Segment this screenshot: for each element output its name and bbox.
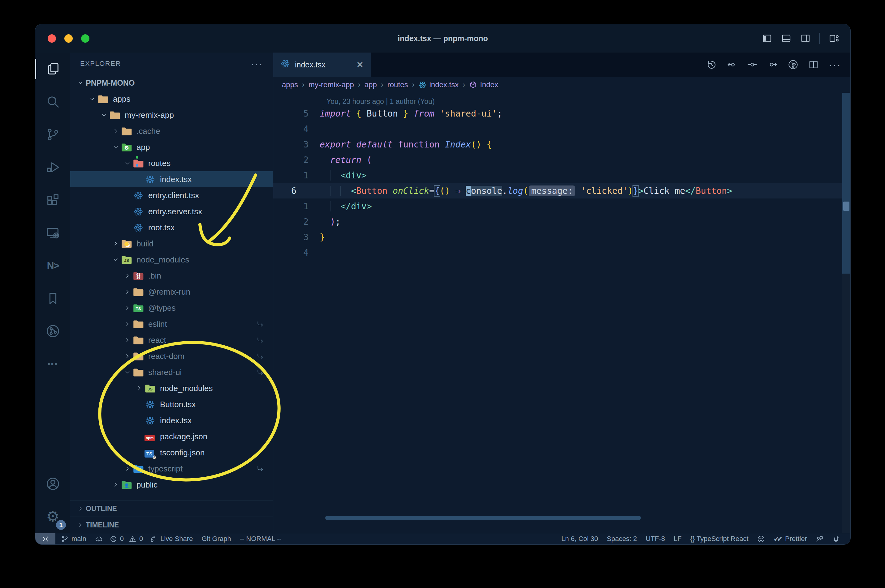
gitlens-icon[interactable] — [788, 59, 798, 70]
status-label: main — [71, 535, 86, 543]
status-label: -- NORMAL -- — [240, 535, 281, 543]
tree-item-build[interactable]: build — [70, 236, 273, 252]
close-window-button[interactable] — [48, 34, 56, 43]
status-label: Spaces: 2 — [607, 535, 637, 543]
tree-item-shared-ui[interactable]: shared-ui — [70, 364, 273, 380]
status-prettier[interactable]: ✔✔Prettier — [769, 533, 811, 544]
tree-item-button-tsx[interactable]: Button.tsx — [70, 396, 273, 412]
code-area[interactable]: You, 23 hours ago | 1 author (You) 5impo… — [273, 93, 850, 533]
tree-item-entry-client-tsx[interactable]: entry.client.tsx — [70, 188, 273, 203]
window-controls[interactable] — [48, 34, 89, 43]
tree-item-label: public — [137, 480, 158, 490]
close-tab-icon[interactable]: ✕ — [357, 60, 364, 70]
tree-item-node-modules[interactable]: JSnode_modules — [70, 252, 273, 268]
section-outline[interactable]: OUTLINE — [70, 500, 273, 517]
activity-run-debug[interactable] — [35, 151, 70, 184]
status-0[interactable]: 0 — [126, 533, 146, 544]
activity-source-control[interactable] — [35, 118, 70, 151]
status-typescript-react[interactable]: {} TypeScript React — [686, 533, 753, 544]
prev-change-icon[interactable] — [727, 59, 737, 70]
more-actions-icon[interactable]: ··· — [829, 59, 841, 71]
tab-index-tsx[interactable]: index.tsx ✕ — [273, 52, 371, 76]
split-editor-icon[interactable] — [808, 59, 819, 70]
zoom-window-button[interactable] — [81, 34, 89, 43]
customize-layout-icon[interactable] — [829, 33, 839, 44]
tree-item--remix-run[interactable]: @remix-run — [70, 284, 273, 300]
activity-settings[interactable]: ⚙1 — [35, 500, 70, 533]
status-0[interactable]: 0 — [107, 533, 126, 544]
tree-item-my-remix-app[interactable]: my-remix-app — [70, 107, 273, 123]
next-change-icon[interactable] — [768, 59, 778, 70]
activity-bookmarks[interactable] — [35, 282, 70, 315]
breadcrumb-my-remix-app[interactable]: my-remix-app — [309, 80, 354, 89]
tree-item--cache[interactable]: .cache — [70, 123, 273, 139]
tree-item-index-tsx[interactable]: index.tsx — [70, 171, 273, 188]
activity-remote-explorer[interactable] — [35, 216, 70, 249]
toggle-secondary-sidebar-icon[interactable] — [800, 33, 811, 44]
bell-dot-icon — [832, 535, 840, 543]
activity-git-graph[interactable] — [35, 315, 70, 348]
activity-extensions[interactable] — [35, 184, 70, 216]
status-feedback-icon[interactable] — [811, 533, 828, 544]
change-icon[interactable] — [747, 59, 757, 70]
tree-item-typescript[interactable]: TStypescript — [70, 460, 273, 477]
tree-item-eslint[interactable]: eslint — [70, 316, 273, 332]
activity-explorer[interactable] — [35, 52, 70, 86]
tree-item-index-tsx[interactable]: index.tsx — [70, 412, 273, 429]
toggle-sidebar-icon[interactable] — [762, 33, 772, 44]
editor-actions: ··· — [706, 52, 850, 76]
activity-accounts[interactable] — [35, 467, 70, 500]
tree-item-node-modules[interactable]: JSnode_modules — [70, 380, 273, 396]
breadcrumb-app[interactable]: app — [364, 80, 377, 89]
tree-item-react[interactable]: react — [70, 332, 273, 348]
horizontal-scrollbar[interactable] — [325, 516, 641, 520]
status-ln-6-col-30[interactable]: Ln 6, Col 30 — [557, 533, 602, 544]
toggle-panel-icon[interactable] — [781, 33, 792, 44]
tree-item--bin[interactable]: 0110.bin — [70, 268, 273, 284]
line-number: 5 — [273, 108, 320, 119]
breadcrumb-index-tsx[interactable]: index.tsx — [418, 80, 459, 89]
code-line: 1 <div> — [273, 168, 850, 183]
status-main[interactable]: main — [57, 533, 91, 544]
status-remote-icon[interactable] — [35, 533, 56, 544]
breadcrumb-apps[interactable]: apps — [282, 80, 298, 89]
status-cloud-upload-icon[interactable] — [91, 533, 107, 544]
tree-item-react-dom[interactable]: react-dom — [70, 348, 273, 364]
activity-more-views[interactable]: ••• — [35, 348, 70, 380]
status-live-share[interactable]: Live Share — [146, 533, 197, 544]
section-timeline[interactable]: TIMELINE — [70, 517, 273, 533]
react-icon — [281, 59, 290, 70]
status-bell-dot-icon[interactable] — [828, 533, 844, 544]
ts-glyph: TS — [136, 467, 141, 471]
react-icon — [133, 223, 144, 232]
tree-item-entry-server-tsx[interactable]: entry.server.tsx — [70, 203, 273, 219]
tree-item-package-json[interactable]: npmpackage.json — [70, 429, 273, 444]
folder-icon — [98, 94, 108, 104]
tree-item-tsconfig-json[interactable]: TS⚙tsconfig.json — [70, 444, 273, 460]
explorer-sidebar: EXPLORER ··· PNPM-MONOappsmy-remix-app.c… — [70, 52, 273, 533]
status-git-graph[interactable]: Git Graph — [197, 533, 235, 544]
tree-item-routes[interactable]: routes — [70, 155, 273, 171]
breadcrumb-separator: › — [381, 80, 384, 89]
breadcrumb-index[interactable]: Index — [469, 80, 498, 89]
tree-item-label: .bin — [148, 271, 161, 281]
status-utf-8[interactable]: UTF-8 — [641, 533, 669, 544]
status-octoface-icon[interactable] — [753, 533, 769, 544]
breadcrumb-routes[interactable]: routes — [387, 80, 408, 89]
status-normal[interactable]: -- NORMAL -- — [235, 533, 286, 544]
tree-item-root-tsx[interactable]: root.tsx — [70, 219, 273, 236]
tree-item-public[interactable]: 👤public — [70, 477, 273, 493]
explorer-more-actions-icon[interactable]: ··· — [251, 58, 263, 70]
activity-nx-console[interactable]: N> — [35, 249, 70, 282]
tree-item-apps[interactable]: apps — [70, 91, 273, 107]
tree-item-app[interactable]: ⚙app — [70, 139, 273, 155]
folder-node-icon: JS — [121, 255, 132, 265]
tree-item--types[interactable]: TS@types — [70, 300, 273, 316]
history-icon[interactable] — [706, 59, 716, 70]
minimize-window-button[interactable] — [64, 34, 73, 43]
tree-root-pnpm-mono[interactable]: PNPM-MONO — [70, 75, 273, 91]
vertical-scrollbar[interactable] — [842, 93, 850, 533]
status-lf[interactable]: LF — [669, 533, 686, 544]
activity-search[interactable] — [35, 86, 70, 118]
status-spaces-2[interactable]: Spaces: 2 — [602, 533, 641, 544]
